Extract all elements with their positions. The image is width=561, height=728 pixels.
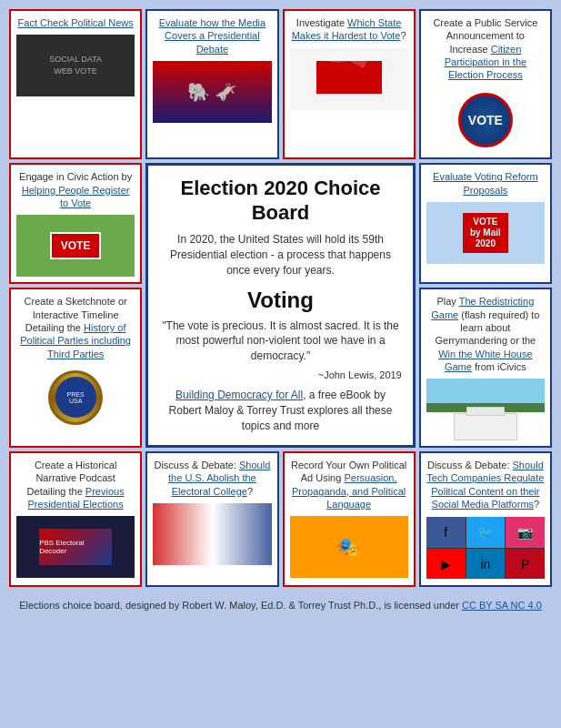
cell-political-parties: Create a Sketchnote or Interactive Timel… — [9, 288, 142, 448]
fact-check-link[interactable]: Fact Check Political News — [18, 17, 134, 28]
board-title: Election 2020 Choice Board — [159, 177, 402, 225]
pbs-map: PBS Electoral Decoder — [39, 529, 112, 565]
cell9-title: Create a Historical Narrative Podcast De… — [16, 459, 135, 511]
cell6-title: Evaluate Voting Reform Proposals — [426, 170, 545, 197]
cell3-title: Investigate Which State Makes it Hardest… — [290, 16, 408, 43]
svg-point-3 — [335, 90, 340, 94]
cell-electoral-college: Discuss & Debate: Should the U.S. Abolis… — [145, 451, 278, 587]
cell4-title: Create a Public Service Announcement to … — [426, 16, 545, 81]
cell5-image: VOTE — [16, 215, 135, 277]
cell11-title: Record Your Own Political Ad Using Persu… — [290, 459, 408, 511]
cell3-image — [290, 48, 408, 110]
instagram-icon: 📷 — [506, 517, 545, 548]
tech-companies-link[interactable]: Should Tech Companies Regulate Political… — [426, 460, 544, 510]
quote-text: "The vote is precious. It is almost sacr… — [159, 318, 402, 364]
cell11-image: 🎭 — [290, 516, 408, 578]
center-cell: Election 2020 Choice Board In 2020, the … — [145, 163, 416, 448]
propaganda-link[interactable]: Persuasion, Propaganda, and Political La… — [292, 472, 406, 510]
cell8-image — [426, 379, 545, 440]
cell-voting-reform: Evaluate Voting Reform Proposals VOTEby … — [419, 163, 552, 284]
cell7-title: Create a Sketchnote or Interactive Timel… — [16, 295, 135, 359]
cell10-image — [153, 503, 271, 565]
cell-civic-action: Engage in Civic Action by Helping People… — [9, 163, 142, 284]
cell6-image: VOTEby Mail2020 — [426, 202, 545, 264]
cell-psa: Create a Public Service Announcement to … — [419, 9, 552, 159]
voting-reform-link[interactable]: Evaluate Voting Reform Proposals — [433, 171, 538, 195]
facebook-icon: f — [426, 517, 466, 548]
presidential-seal: PRESUSA — [48, 370, 103, 425]
svg-rect-2 — [318, 85, 329, 93]
twitter-icon: 🐦 — [466, 517, 506, 548]
vote-mail-badge: VOTEby Mail2020 — [463, 213, 508, 253]
cell2-image — [153, 61, 271, 123]
vote-button-img: VOTE — [458, 93, 513, 147]
cell-podcast: Create a Historical Narrative Podcast De… — [9, 451, 142, 587]
psa-link[interactable]: Citizen Participation in the Election Pr… — [445, 44, 527, 81]
cell1-title: Fact Check Political News — [18, 16, 134, 29]
choice-board: Fact Check Political News Evaluate how t… — [9, 9, 552, 587]
license-link[interactable]: CC BY SA NC 4.0 — [462, 600, 542, 611]
cell5-title: Engage in Civic Action by Helping People… — [16, 170, 135, 209]
seal-inner: PRESUSA — [55, 377, 96, 418]
investigate-link[interactable]: Which State Makes it Hardest to Vote — [292, 17, 402, 41]
cell1-image — [16, 35, 135, 96]
footer: Elections choice board, designed by Robe… — [9, 594, 552, 616]
cell-redistricting: Play The Redistricting Game (flash requi… — [419, 288, 552, 448]
redistricting-link[interactable]: The Redistricting Game — [431, 296, 534, 319]
whitehouse-building — [454, 413, 517, 440]
presidential-elections-link[interactable]: Previous Presidential Elections — [28, 486, 125, 510]
political-parties-link[interactable]: History of Political Parties including T… — [20, 322, 131, 359]
youtube-icon: ▶ — [426, 549, 466, 580]
cell12-image: f 🐦 📷 ▶ in P — [426, 516, 545, 580]
cell2-title: Evaluate how the Media Covers a Presiden… — [153, 16, 271, 56]
cell-political-ad: Record Your Own Political Ad Using Persu… — [283, 451, 416, 587]
electoral-college-link[interactable]: Should the U.S. Abolish the Electoral Co… — [168, 460, 270, 497]
ebook-link[interactable]: Building Democracy for All — [175, 389, 303, 401]
cell9-image: PBS Electoral Decoder — [16, 516, 135, 578]
cell8-title: Play The Redistricting Game (flash requi… — [426, 295, 545, 373]
white-house-game-link[interactable]: Win the White House Game — [438, 349, 532, 372]
cell7-image: PRESUSA — [16, 366, 135, 430]
vote-sign: VOTE — [50, 232, 102, 259]
board-description: In 2020, the United States will hold its… — [159, 232, 402, 278]
quote-attribution: ~John Lewis, 2019 — [159, 369, 402, 380]
evaluate-media-link[interactable]: Evaluate how the Media Covers a Presiden… — [159, 17, 265, 55]
cell-investigate: Investigate Which State Makes it Hardest… — [283, 9, 416, 159]
cell-evaluate-media: Evaluate how the Media Covers a Presiden… — [145, 9, 278, 159]
ebook-text: Building Democracy for All, a free eBook… — [159, 388, 402, 433]
cell10-title: Discuss & Debate: Should the U.S. Abolis… — [153, 459, 271, 498]
linkedin-icon: in — [466, 549, 506, 580]
voting-heading: Voting — [247, 288, 314, 313]
pinterest-icon: P — [506, 549, 545, 580]
cell-fact-check: Fact Check Political News — [9, 9, 142, 159]
cell-tech-companies: Discuss & Debate: Should Tech Companies … — [419, 451, 552, 587]
cell4-image: VOTE — [426, 88, 545, 152]
cell12-title: Discuss & Debate: Should Tech Companies … — [426, 459, 545, 511]
register-to-vote-link[interactable]: Helping People Register to Vote — [22, 185, 130, 208]
footer-text: Elections choice board, designed by Robe… — [19, 600, 462, 611]
